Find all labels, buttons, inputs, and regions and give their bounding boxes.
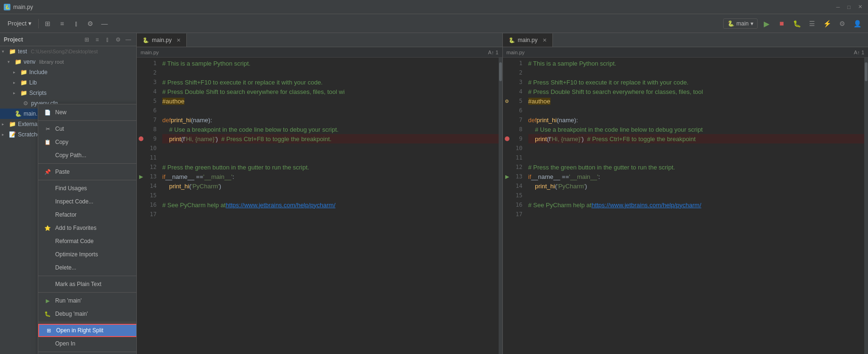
tree-label-library: library root xyxy=(39,59,64,65)
code-line-l5: #authoe xyxy=(162,96,502,106)
tab-close-left[interactable]: ✕ xyxy=(176,37,181,43)
toolbar-sep-1 xyxy=(38,19,39,28)
code-line-l2 xyxy=(162,68,502,77)
menu-item-copy-path[interactable]: Copy Path... xyxy=(38,149,137,162)
scrollbar-left-editor[interactable] xyxy=(499,58,502,354)
menu-item-debug-main[interactable]: 🐛 Debug 'main' xyxy=(38,307,137,320)
tree-item-venv[interactable]: ▾ 📁 venv library root xyxy=(0,57,136,67)
menu-item-new[interactable]: 📄 New ▶ xyxy=(38,106,137,119)
menu-item-mark-plain[interactable]: Mark as Plain Text xyxy=(38,278,137,291)
menu-item-refactor[interactable]: Refactor ▶ xyxy=(38,208,137,221)
settings-run-icon[interactable]: ⚙ xyxy=(836,17,848,30)
tab-main-left[interactable]: 🐍 main.py ✕ xyxy=(137,34,187,47)
menu-item-find-usages[interactable]: Find Usages Alt+F7 xyxy=(38,182,137,195)
menu-label-open-right-split: Open in Right Split xyxy=(56,327,103,334)
menu-item-reformat-code[interactable]: Reformat Code Ctrl+Alt+L xyxy=(38,235,137,248)
folder-icon-test: 📁 xyxy=(8,48,16,55)
r-gutter-row-17: 17 xyxy=(503,210,526,219)
menu-sep-4 xyxy=(38,276,137,276)
left-code: # This is a sample Python script. # Pres… xyxy=(160,58,502,354)
main-layout: Project ⊞ ≡ ⫿ ⚙ — ▾ 📁 test C:\Users\Song… xyxy=(0,33,868,354)
breadcrumb-label-right: main.py xyxy=(507,50,525,55)
menu-item-open-in[interactable]: Open In ▶ xyxy=(38,337,137,350)
close-btn[interactable]: ✕ xyxy=(856,3,864,11)
list-icon[interactable]: ≡ xyxy=(56,17,68,30)
menu-label-run-main: Run 'main' xyxy=(55,297,82,304)
sidebar-layout-icon[interactable]: ⊞ xyxy=(83,35,91,44)
maximize-btn[interactable]: □ xyxy=(845,3,852,11)
menu-label-find-usages: Find Usages xyxy=(55,185,87,192)
coverage-button[interactable]: ☰ xyxy=(806,17,818,30)
tree-item-lib[interactable]: ▸ 📁 Lib xyxy=(0,77,136,88)
code-line-r3: # Press Shift+F10 to execute it or repla… xyxy=(528,77,868,87)
tree-arrow-scratches: ▸ xyxy=(2,132,7,137)
code-line-l1: # This is a sample Python script. xyxy=(162,59,502,68)
r-gutter-row-4: 4 xyxy=(503,87,526,96)
editor-content-left[interactable]: 1 2 3 4 5 6 7 8 9 10 11 1 xyxy=(137,58,502,354)
menu-icon-debug-main: 🐛 xyxy=(44,310,51,318)
tab-icon-left: 🐍 xyxy=(142,37,149,43)
code-line-r8: # Use a breakpoint in the code line belo… xyxy=(528,125,868,134)
gutter-row-14: 14 xyxy=(137,181,160,191)
tree-item-include[interactable]: ▸ 📁 Include xyxy=(0,67,136,77)
menu-item-cut[interactable]: ✂ Cut Ctrl+X xyxy=(38,122,137,135)
code-line-l4: # Press Double Shift to search everywher… xyxy=(162,87,502,96)
code-line-l17 xyxy=(162,210,502,219)
code-line-l6 xyxy=(162,106,502,115)
editor-content-right[interactable]: 1 2 3 4 ⚙ 5 6 7 8 9 xyxy=(503,58,868,354)
menu-item-copy[interactable]: 📋 Copy Ctrl+C xyxy=(38,135,137,149)
run-button[interactable]: ▶ xyxy=(760,17,773,30)
app-icon: 🐍 xyxy=(4,4,10,10)
menu-item-delete[interactable]: Delete... Delete xyxy=(38,261,137,274)
code-line-l10 xyxy=(162,143,502,153)
run-bar: 🐍 main ▾ ▶ ■ 🐛 ☰ ⚡ ⚙ 👤 xyxy=(718,14,868,33)
tree-item-scripts[interactable]: ▸ 📁 Scripts xyxy=(0,88,136,98)
sidebar-split-icon[interactable]: ⫿ xyxy=(103,35,112,44)
stop-button[interactable]: ■ xyxy=(776,17,788,30)
tab-label-right: main.py xyxy=(518,37,538,43)
code-line-l14: print_hi('PyCharm') xyxy=(162,181,502,191)
tree-label-test: test xyxy=(18,48,27,55)
minimize-btn[interactable]: ─ xyxy=(835,3,842,11)
sidebar-list-icon[interactable]: ≡ xyxy=(93,35,101,44)
user-icon[interactable]: 👤 xyxy=(851,17,863,30)
tab-main-right[interactable]: 🐍 main.py ✕ xyxy=(503,34,553,47)
menu-item-optimize-imports[interactable]: Optimize Imports Ctrl+Alt+O xyxy=(38,248,137,261)
run-config-icon: 🐍 xyxy=(727,20,734,27)
menu-label-copy: Copy xyxy=(55,139,68,145)
r-gutter-row-9: 9 xyxy=(503,134,526,143)
menu-item-inspect-code[interactable]: Inspect Code... xyxy=(38,195,137,208)
left-gutter: 1 2 3 4 5 6 7 8 9 10 11 1 xyxy=(137,58,160,354)
gutter-row-16: 16 xyxy=(137,200,160,210)
gear-icon[interactable]: ⚙ xyxy=(84,17,96,30)
scratches-icon: 📝 xyxy=(8,131,16,138)
project-dropdown[interactable]: Project ▾ xyxy=(4,18,35,28)
profile-button[interactable]: ⚡ xyxy=(821,17,833,30)
menu-sep-7 xyxy=(38,352,137,352)
menu-item-open-right-split[interactable]: ⊞ Open in Right Split Shift+Enter xyxy=(38,324,137,337)
scrollbar-right-editor[interactable] xyxy=(864,58,868,354)
title-bar-controls: ─ □ ✕ xyxy=(835,3,864,11)
split-icon[interactable]: ⫿ xyxy=(70,17,82,30)
code-line-l15 xyxy=(162,191,502,200)
debug-button[interactable]: 🐛 xyxy=(791,17,803,30)
title-text: main.py xyxy=(13,4,33,10)
tree-arrow-external: ▸ xyxy=(2,122,7,126)
minimize-panel-icon[interactable]: — xyxy=(98,17,110,30)
layout-icon[interactable]: ⊞ xyxy=(42,17,54,30)
title-bar-left: 🐍 main.py xyxy=(4,4,33,10)
menu-item-paste[interactable]: 📌 Paste Ctrl+V xyxy=(38,165,137,178)
menu-item-add-favorites[interactable]: ⭐ Add to Favorites xyxy=(38,221,137,235)
sidebar-close-icon[interactable]: — xyxy=(124,35,133,44)
sidebar-gear-icon[interactable]: ⚙ xyxy=(114,35,122,44)
folder-icon-lib: 📁 xyxy=(20,79,27,86)
editors-split: 🐍 main.py ✕ main.py A↑ 1 1 2 3 4 xyxy=(137,33,868,354)
menu-item-run-main[interactable]: ▶ Run 'main' Ctrl+Shift+F10 xyxy=(38,294,137,307)
tree-item-test[interactable]: ▾ 📁 test C:\Users\Song2\Desktop\test xyxy=(0,46,136,57)
gutter-row-6: 6 xyxy=(137,106,160,115)
gutter-row-4: 4 xyxy=(137,87,160,96)
run-config-dropdown[interactable]: 🐍 main ▾ xyxy=(723,18,758,29)
tab-close-right[interactable]: ✕ xyxy=(542,37,547,43)
code-line-l13: if __name__ == '__main__': xyxy=(162,172,502,181)
editor-pane-left: 🐍 main.py ✕ main.py A↑ 1 1 2 3 4 xyxy=(137,33,503,354)
